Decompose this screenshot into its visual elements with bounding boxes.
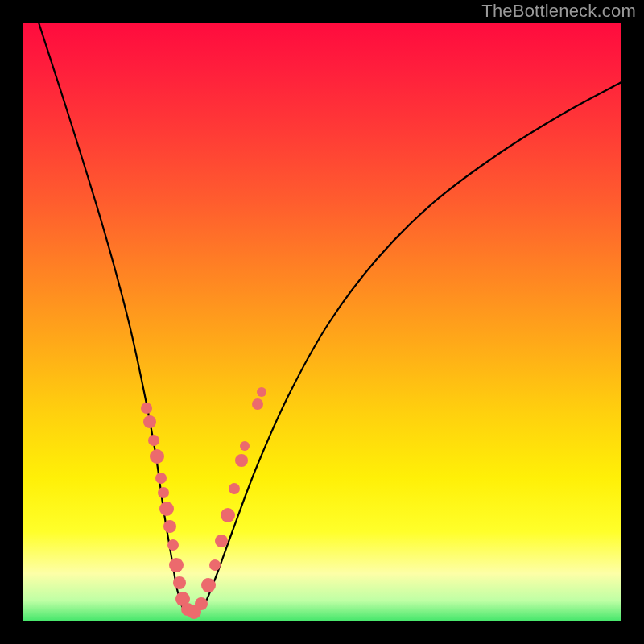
- highlight-dot: [159, 502, 174, 516]
- highlight-dot: [155, 473, 167, 484]
- highlight-dot: [257, 387, 266, 397]
- highlight-dot: [229, 483, 240, 494]
- highlight-dot: [209, 559, 221, 571]
- plot-area: [23, 23, 621, 621]
- highlight-dot: [201, 578, 216, 592]
- watermark-text: TheBottleneck.com: [481, 1, 636, 21]
- highlight-dots: [141, 387, 266, 619]
- bottleneck-curve: [39, 23, 621, 613]
- highlight-dot: [143, 415, 156, 428]
- highlight-dot: [167, 539, 179, 551]
- highlight-dot: [158, 487, 169, 498]
- highlight-dot: [150, 449, 164, 464]
- chart-svg: [23, 23, 621, 621]
- watermark-bar: TheBottleneck.com: [0, 0, 644, 23]
- highlight-dot: [235, 454, 248, 467]
- highlight-dot: [163, 520, 176, 533]
- highlight-dot: [221, 508, 235, 522]
- chart-frame: TheBottleneck.com: [0, 0, 644, 644]
- highlight-dot: [252, 398, 263, 410]
- highlight-dot: [215, 535, 228, 547]
- highlight-dot: [169, 558, 184, 572]
- highlight-dot: [141, 402, 152, 414]
- highlight-dot: [195, 597, 208, 610]
- highlight-dot: [148, 435, 159, 446]
- highlight-dot: [173, 576, 186, 589]
- highlight-dot: [240, 441, 250, 451]
